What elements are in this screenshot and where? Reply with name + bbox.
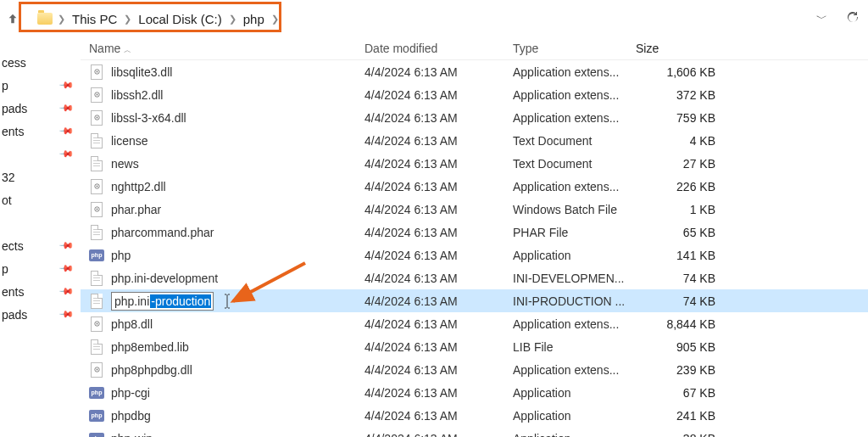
breadcrumb[interactable]: ❯ This PC ❯ Local Disk (C:) ❯ php ❯: [19, 8, 279, 30]
file-name: libssl-3-x64.dll: [111, 111, 186, 125]
sidebar-item[interactable]: ents📌: [0, 280, 81, 303]
sidebar-item[interactable]: cess: [0, 51, 81, 74]
file-size: 67 KB: [636, 386, 721, 400]
file-list: libsqlite3.dll4/4/2024 6:13 AMApplicatio…: [81, 60, 868, 437]
file-row[interactable]: php.ini-production4/4/2024 6:13 AMINI-PR…: [81, 289, 868, 312]
svg-point-11: [96, 323, 97, 325]
text-cursor-icon: [222, 294, 232, 309]
breadcrumb-item[interactable]: Local Disk (C:): [136, 8, 223, 30]
dll-file-icon: [91, 362, 103, 378]
file-size: 74 KB: [636, 272, 721, 285]
breadcrumb-item[interactable]: This PC: [70, 8, 119, 30]
file-type: INI-PRODUCTION ...: [513, 294, 636, 308]
chevron-right-icon[interactable]: ❯: [58, 14, 65, 25]
file-name: phar.phar: [111, 203, 161, 216]
file-row[interactable]: libssl-3-x64.dll4/4/2024 6:13 AMApplicat…: [81, 106, 868, 129]
file-name: php-cgi: [111, 386, 150, 400]
file-row[interactable]: libssh2.dll4/4/2024 6:13 AMApplication e…: [81, 83, 868, 106]
pin-icon: 📌: [58, 306, 74, 322]
file-size: 38 KB: [636, 432, 721, 438]
file-row[interactable]: nghttp2.dll4/4/2024 6:13 AMApplication e…: [81, 175, 868, 198]
file-type: Application extens...: [513, 65, 636, 79]
file-row[interactable]: pharcommand.phar4/4/2024 6:13 AMPHAR Fil…: [81, 221, 868, 244]
up-arrow-icon[interactable]: [7, 13, 19, 25]
pin-icon: 📌: [58, 123, 74, 139]
sidebar-item-label: p: [2, 262, 8, 276]
file-name: libsqlite3.dll: [111, 65, 172, 79]
file-modified: 4/4/2024 6:13 AM: [364, 226, 513, 239]
file-type: PHAR File: [513, 226, 636, 239]
file-size: 759 KB: [636, 111, 721, 125]
file-modified: 4/4/2024 6:13 AM: [364, 272, 513, 285]
pin-icon: 📌: [58, 100, 74, 116]
file-icon: [91, 271, 103, 286]
column-modified[interactable]: Date modified: [364, 42, 513, 55]
sidebar-item[interactable]: p📌: [0, 257, 81, 280]
file-size: 65 KB: [636, 226, 721, 239]
file-row[interactable]: php.ini-development4/4/2024 6:13 AMINI-D…: [81, 266, 868, 289]
file-modified: 4/4/2024 6:13 AM: [364, 432, 513, 438]
file-modified: 4/4/2024 6:13 AM: [364, 203, 513, 216]
file-row[interactable]: phpphp-win4/4/2024 6:13 AMApplication38 …: [81, 427, 868, 437]
file-modified: 4/4/2024 6:13 AM: [364, 340, 513, 354]
sidebar-item[interactable]: ects📌: [0, 234, 81, 257]
file-modified: 4/4/2024 6:13 AM: [364, 88, 513, 102]
sidebar-item-label: pads: [2, 308, 27, 322]
sidebar-item[interactable]: 📌: [0, 143, 81, 165]
file-size: 1 KB: [636, 203, 721, 216]
file-name: pharcommand.phar: [111, 226, 214, 239]
svg-point-9: [96, 209, 97, 210]
file-row[interactable]: phpphpdbg4/4/2024 6:13 AMApplication241 …: [81, 404, 868, 427]
file-modified: 4/4/2024 6:13 AM: [364, 65, 513, 79]
sidebar-item[interactable]: ents📌: [0, 120, 81, 143]
file-row[interactable]: php8.dll4/4/2024 6:13 AMApplication exte…: [81, 312, 868, 335]
php-app-icon: php: [89, 249, 104, 261]
sidebar-item[interactable]: 32: [0, 165, 81, 188]
file-row[interactable]: phpphp-cgi4/4/2024 6:13 AMApplication67 …: [81, 381, 868, 404]
file-row[interactable]: libsqlite3.dll4/4/2024 6:13 AMApplicatio…: [81, 60, 868, 83]
file-size: 27 KB: [636, 157, 721, 171]
file-row[interactable]: phpphp4/4/2024 6:13 AMApplication141 KB: [81, 244, 868, 266]
file-row[interactable]: license4/4/2024 6:13 AMText Document4 KB: [81, 129, 868, 152]
file-row[interactable]: news4/4/2024 6:13 AMText Document27 KB: [81, 152, 868, 175]
file-row[interactable]: php8phpdbg.dll4/4/2024 6:13 AMApplicatio…: [81, 358, 868, 381]
file-row[interactable]: php8embed.lib4/4/2024 6:13 AMLIB File905…: [81, 335, 868, 358]
folder-icon: [37, 13, 53, 25]
dll-file-icon: [91, 179, 103, 194]
sidebar-item-label: ot: [2, 193, 12, 207]
sidebar-item[interactable]: pads📌: [0, 303, 81, 326]
column-type[interactable]: Type: [513, 42, 636, 55]
svg-point-1: [96, 71, 97, 73]
file-type: Application: [513, 409, 636, 423]
rename-input[interactable]: php.ini-production: [111, 292, 214, 311]
file-size: 141 KB: [636, 249, 721, 262]
pin-icon: 📌: [58, 77, 74, 93]
sidebar-item[interactable]: pads📌: [0, 97, 81, 120]
sidebar-item[interactable]: p📌: [0, 74, 81, 97]
sidebar-item[interactable]: [0, 211, 81, 234]
column-headers[interactable]: Name︿ Date modified Type Size: [81, 37, 868, 60]
file-modified: 4/4/2024 6:13 AM: [364, 317, 513, 331]
refresh-icon[interactable]: [846, 11, 860, 27]
chevron-right-icon[interactable]: ❯: [229, 14, 236, 25]
file-size: 241 KB: [636, 409, 721, 423]
file-type: Application: [513, 386, 636, 400]
php-app-icon: php: [89, 387, 104, 399]
file-icon: [91, 133, 103, 148]
file-type: Application extens...: [513, 363, 636, 377]
file-size: 226 KB: [636, 180, 721, 193]
file-pane: Name︿ Date modified Type Size libsqlite3…: [81, 37, 868, 437]
column-size[interactable]: Size: [636, 42, 721, 55]
pin-icon: 📌: [58, 261, 74, 277]
sidebar-item[interactable]: ot: [0, 188, 81, 211]
file-name: phpdbg: [111, 409, 151, 423]
file-name: php8.dll: [111, 317, 153, 331]
breadcrumb-item[interactable]: php: [242, 8, 266, 30]
dll-file-icon: [91, 202, 103, 217]
sort-indicator-icon: ︿: [120, 46, 131, 54]
chevron-right-icon[interactable]: ❯: [271, 14, 279, 25]
chevron-right-icon[interactable]: ❯: [124, 14, 131, 25]
chevron-down-icon[interactable]: ﹀: [816, 11, 827, 26]
file-row[interactable]: phar.phar4/4/2024 6:13 AMWindows Batch F…: [81, 198, 868, 221]
file-type: Application extens...: [513, 180, 636, 193]
